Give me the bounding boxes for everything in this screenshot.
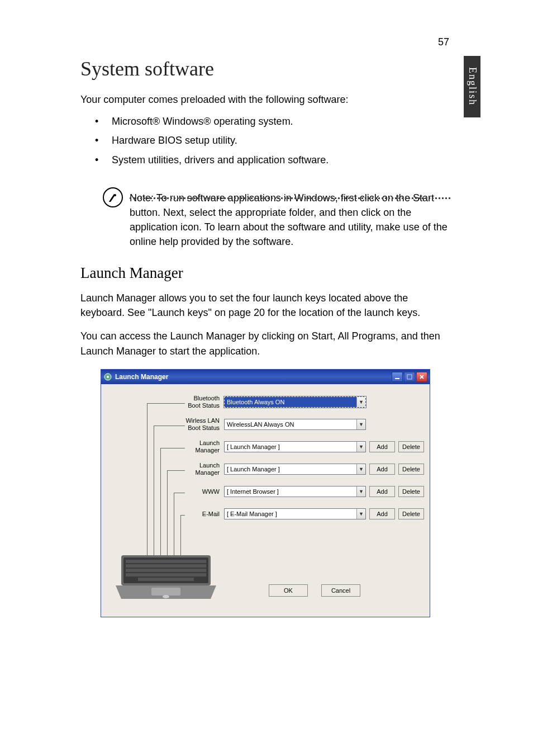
bullet-item: Hardware BIOS setup utility. [80,131,449,150]
note-text: Note: To run software applications in Wi… [130,191,449,249]
svg-rect-10 [126,573,206,577]
chevron-down-icon[interactable]: ▼ [356,397,365,407]
connector-line [180,515,185,516]
dropdown-value: [ Internet Browser ] [225,488,356,495]
chevron-down-icon[interactable]: ▼ [356,442,365,452]
setting-row: Launch Manager[ Launch Manager ]▼AddDele… [185,458,424,480]
connector-line [160,448,185,448]
delete-button[interactable]: Delete [398,508,424,519]
setting-dropdown[interactable]: [ Internet Browser ]▼ [224,486,366,497]
delete-button[interactable]: Delete [398,486,424,497]
heading-2: Launch Manager [80,264,449,282]
page-content: System software Your computer comes prel… [80,57,449,367]
dropdown-value: [ Launch Manager ] [225,443,356,450]
svg-rect-4 [407,375,412,379]
setting-label: Bluetooth Boot Status [185,395,224,409]
minimize-button[interactable] [392,372,403,382]
setting-row: WWW[ Internet Browser ]▼AddDelete [185,480,424,503]
setting-label: Wirless LAN Boot Status [185,417,224,431]
setting-label: WWW [185,488,224,495]
setting-row: Wirless LAN Boot StatusWirelessLAN Alway… [185,413,424,436]
svg-rect-7 [126,560,206,563]
setting-label: Launch Manager [185,440,224,453]
language-tab: English [464,56,480,117]
delete-button[interactable]: Delete [398,441,424,452]
dropdown-value: Bluetooth Always ON [225,399,356,405]
svg-rect-11 [138,578,194,581]
setting-dropdown[interactable]: [ E-Mail Manager ]▼ [224,508,366,519]
setting-dropdown[interactable]: [ Launch Manager ]▼ [224,441,366,452]
note-icon [103,187,123,207]
add-button[interactable]: Add [369,441,395,452]
setting-label: E-Mail [185,511,224,518]
dotted-divider [130,197,450,199]
close-button[interactable] [416,372,427,382]
svg-rect-12 [151,588,180,596]
chevron-down-icon[interactable]: ▼ [356,509,365,519]
chevron-down-icon[interactable]: ▼ [356,464,365,474]
window-titlebar[interactable]: Launch Manager [101,370,430,384]
chevron-down-icon[interactable]: ▼ [356,419,365,429]
setting-row: Launch Manager[ Launch Manager ]▼AddDele… [185,436,424,458]
laptop-illustration [116,551,216,601]
svg-rect-3 [395,378,399,379]
launch-manager-window: Launch Manager Bluetooth Boot StatusBlue… [101,369,430,617]
window-body: Bluetooth Boot StatusBluetooth Always ON… [101,384,430,617]
connector-line [154,426,185,426]
bullet-item: System utilities, drivers and applicatio… [80,150,449,169]
setting-dropdown[interactable]: WirelessLAN Always ON▼ [224,419,366,430]
heading-1: System software [80,57,449,81]
svg-rect-9 [126,569,206,572]
maximize-button[interactable] [404,372,415,382]
window-title: Launch Manager [115,373,392,381]
svg-point-0 [114,194,116,196]
chevron-down-icon[interactable]: ▼ [356,486,365,497]
setting-dropdown[interactable]: [ Launch Manager ]▼ [224,464,366,475]
ok-button[interactable]: OK [269,584,308,597]
note-block: Note: To run software applications in Wi… [80,191,449,249]
dropdown-value: WirelessLAN Always ON [225,421,356,428]
bullet-item: Microsoft® Windows® operating system. [80,112,449,131]
connector-line [147,403,185,404]
paragraph: You can access the Launch Manager by cli… [80,329,449,358]
connector-line [174,493,185,493]
dropdown-value: [ Launch Manager ] [225,466,356,472]
setting-dropdown[interactable]: Bluetooth Always ON▼ [224,396,366,408]
language-tab-label: English [467,67,478,106]
connector-line [154,426,154,569]
cancel-button[interactable]: Cancel [321,584,360,597]
dropdown-value: [ E-Mail Manager ] [225,511,356,517]
add-button[interactable]: Add [369,508,395,519]
setting-row: E-Mail[ E-Mail Manager ]▼AddDelete [185,503,424,525]
add-button[interactable]: Add [369,464,395,475]
page-number: 57 [438,36,449,48]
setting-row: Bluetooth Boot StatusBluetooth Always ON… [185,391,424,413]
add-button[interactable]: Add [369,486,395,497]
app-icon [103,372,112,381]
svg-rect-8 [126,564,206,568]
svg-point-2 [107,376,109,378]
paragraph: Launch Manager allows you to set the fou… [80,291,449,320]
bullet-list: Microsoft® Windows® operating system. Ha… [80,112,449,169]
connector-line [167,470,185,471]
delete-button[interactable]: Delete [398,464,424,475]
svg-point-13 [163,595,169,598]
intro-paragraph: Your computer comes preloaded with the f… [80,93,449,106]
connector-line [147,403,147,569]
setting-label: Launch Manager [185,462,224,476]
